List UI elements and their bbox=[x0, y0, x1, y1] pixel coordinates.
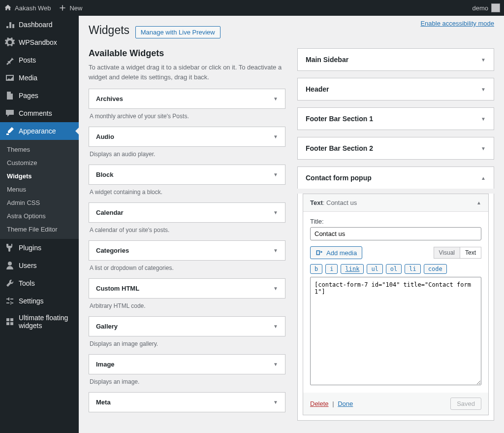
widget-desc: A list or dropdown of categories. bbox=[89, 261, 285, 278]
wrench-icon bbox=[5, 278, 15, 288]
menu-item-dashboard[interactable]: Dashboard bbox=[0, 16, 79, 33]
submenu-item-menus[interactable]: Menus bbox=[0, 183, 79, 196]
menu-item-comments[interactable]: Comments bbox=[0, 104, 79, 122]
menu-item-users[interactable]: Users bbox=[0, 257, 79, 274]
menu-item-ultimate-floating-widgets[interactable]: Ultimate floating widgets bbox=[0, 310, 79, 333]
widget-desc: A monthly archive of your site's Posts. bbox=[89, 109, 285, 127]
chevron-down-icon: ▼ bbox=[273, 362, 278, 367]
widget-desc: A widget containing a block. bbox=[89, 185, 285, 202]
available-widget-custom-html[interactable]: Custom HTML▼ bbox=[89, 278, 285, 299]
sliders-icon bbox=[5, 296, 15, 306]
content-textarea[interactable]: [contact-form-7 id="104" title="Contact … bbox=[310, 277, 481, 385]
menu-item-plugins[interactable]: Plugins bbox=[0, 239, 79, 257]
chevron-down-icon: ▼ bbox=[273, 210, 278, 215]
toolbar-new[interactable]: New bbox=[59, 4, 82, 12]
admin-toolbar: Aakash Web New demo bbox=[0, 0, 504, 16]
chevron-down-icon: ▼ bbox=[481, 57, 486, 63]
sidebar-header[interactable]: Header▼ bbox=[297, 78, 494, 100]
comment-icon bbox=[5, 108, 15, 118]
available-widgets-desc: To activate a widget drag it to a sideba… bbox=[89, 63, 285, 82]
quicktag-link[interactable]: link bbox=[341, 264, 364, 274]
delete-link[interactable]: Delete bbox=[310, 400, 329, 407]
quicktag-ol[interactable]: ol bbox=[386, 264, 402, 274]
chevron-down-icon: ▼ bbox=[273, 324, 278, 329]
available-widget-block[interactable]: Block▼ bbox=[89, 165, 285, 185]
editor-tabs: Visual Text bbox=[434, 247, 481, 259]
available-widget-image[interactable]: Image▼ bbox=[89, 354, 285, 374]
add-media-button[interactable]: Add media bbox=[310, 246, 362, 259]
quicktag-ul[interactable]: ul bbox=[367, 264, 382, 274]
page-title: Widgets bbox=[89, 24, 129, 37]
widget-desc: Displays an image. bbox=[89, 374, 285, 392]
available-widgets-heading: Available Widgets bbox=[89, 48, 285, 59]
quicktag-li[interactable]: li bbox=[405, 264, 420, 274]
content-area: Enable accessibility mode Widgets Manage… bbox=[79, 16, 504, 433]
submenu-item-theme-file-editor[interactable]: Theme File Editor bbox=[0, 223, 79, 236]
menu-item-wpsandbox[interactable]: WPSandbox bbox=[0, 33, 79, 51]
plug-icon bbox=[5, 243, 15, 253]
home-icon bbox=[4, 4, 12, 12]
live-preview-button[interactable]: Manage with Live Preview bbox=[135, 26, 220, 38]
quicktag-i[interactable]: i bbox=[325, 264, 338, 274]
ufw-icon bbox=[5, 317, 15, 327]
page-icon bbox=[5, 91, 15, 100]
available-widget-audio[interactable]: Audio▼ bbox=[89, 127, 285, 147]
chevron-down-icon: ▼ bbox=[273, 286, 278, 291]
chevron-down-icon: ▼ bbox=[481, 116, 486, 122]
sidebar-main-sidebar[interactable]: Main Sidebar▼ bbox=[297, 48, 494, 71]
user-icon bbox=[5, 261, 15, 270]
menu-item-appearance[interactable]: Appearance bbox=[0, 122, 79, 140]
menu-item-settings[interactable]: Settings bbox=[0, 292, 79, 310]
tab-visual[interactable]: Visual bbox=[434, 247, 460, 258]
title-input[interactable] bbox=[310, 227, 481, 240]
widget-desc: Displays an image gallery. bbox=[89, 336, 285, 354]
chevron-up-icon: ▲ bbox=[476, 200, 481, 205]
pin-icon bbox=[5, 55, 15, 65]
menu-item-posts[interactable]: Posts bbox=[0, 51, 79, 69]
available-widget-calendar[interactable]: Calendar▼ bbox=[89, 202, 285, 223]
tab-text[interactable]: Text bbox=[460, 247, 481, 258]
toolbar-user[interactable]: demo bbox=[472, 3, 500, 12]
chevron-down-icon: ▼ bbox=[273, 248, 278, 253]
chevron-down-icon: ▼ bbox=[481, 87, 486, 92]
quicktag-b[interactable]: b bbox=[310, 264, 322, 274]
sidebar-contact-form-popup[interactable]: Contact form popup ▲ bbox=[297, 167, 494, 189]
submenu-item-themes[interactable]: Themes bbox=[0, 143, 79, 156]
chevron-down-icon: ▼ bbox=[273, 172, 278, 177]
menu-item-media[interactable]: Media bbox=[0, 69, 79, 87]
widget-desc: Displays an audio player. bbox=[89, 147, 285, 165]
menu-item-pages[interactable]: Pages bbox=[0, 87, 79, 104]
submenu-item-astra-options[interactable]: Astra Options bbox=[0, 209, 79, 223]
menu-item-tools[interactable]: Tools bbox=[0, 274, 79, 292]
saved-button: Saved bbox=[450, 398, 481, 410]
quicktag-code[interactable]: code bbox=[424, 264, 447, 274]
brush-icon bbox=[5, 126, 15, 136]
submenu-item-admin-css[interactable]: Admin CSS bbox=[0, 196, 79, 209]
sidebar-footer-bar-section-2[interactable]: Footer Bar Section 2▼ bbox=[297, 137, 494, 160]
available-widget-categories[interactable]: Categories▼ bbox=[89, 240, 285, 261]
widget-desc: A calendar of your site's posts. bbox=[89, 223, 285, 240]
available-widget-meta[interactable]: Meta▼ bbox=[89, 392, 285, 412]
media-icon bbox=[5, 73, 15, 83]
chevron-down-icon: ▼ bbox=[273, 400, 278, 405]
widget-desc: Arbitrary HTML code. bbox=[89, 299, 285, 316]
media-icon bbox=[315, 249, 323, 257]
admin-menu: DashboardWPSandboxPostsMediaPagesComment… bbox=[0, 16, 79, 433]
title-label: Title: bbox=[310, 218, 481, 225]
accessibility-mode-link[interactable]: Enable accessibility mode bbox=[420, 20, 494, 27]
submenu-item-widgets[interactable]: Widgets bbox=[0, 169, 79, 183]
widget-header[interactable]: Text: Contact us ▲ bbox=[303, 194, 488, 212]
submenu-item-customize[interactable]: Customize bbox=[0, 156, 79, 169]
available-widget-archives[interactable]: Archives▼ bbox=[89, 89, 285, 109]
available-widget-gallery[interactable]: Gallery▼ bbox=[89, 316, 285, 336]
toolbar-site[interactable]: Aakash Web bbox=[4, 4, 51, 12]
dash-icon bbox=[5, 20, 15, 30]
done-link[interactable]: Done bbox=[338, 400, 353, 407]
chevron-down-icon: ▼ bbox=[273, 96, 278, 101]
gear-icon bbox=[5, 37, 15, 47]
chevron-down-icon: ▼ bbox=[481, 146, 486, 151]
avatar bbox=[491, 3, 500, 12]
sidebar-footer-bar-section-1[interactable]: Footer Bar Section 1▼ bbox=[297, 107, 494, 130]
widget-text-contact-us: Text: Contact us ▲ Title: Add media bbox=[303, 194, 489, 415]
chevron-down-icon: ▼ bbox=[273, 134, 278, 139]
